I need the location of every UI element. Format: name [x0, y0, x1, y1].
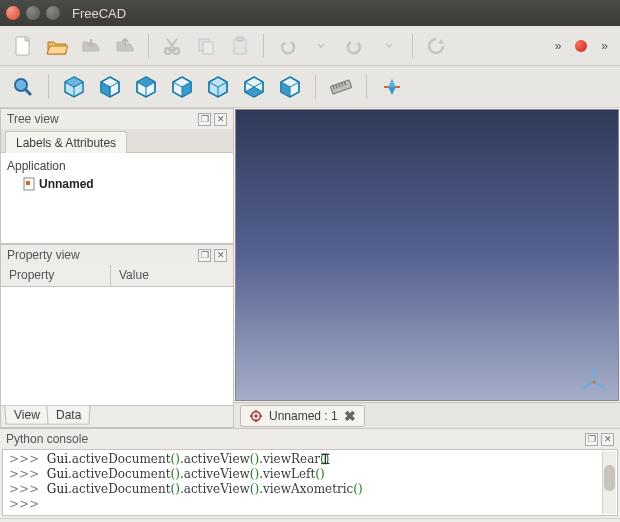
panel-float-button[interactable]: ❐ [198, 249, 211, 262]
measure-distance-button[interactable] [326, 72, 356, 102]
save-as-button[interactable] [110, 31, 140, 61]
tree-view-panel: Tree view ❐ ✕ Labels & Attributes Applic… [0, 108, 234, 244]
document-tabbar: Unnamed : 1 ✖ [234, 402, 620, 428]
console-scrollbar[interactable] [602, 451, 616, 514]
undo-button[interactable] [272, 31, 302, 61]
main-toolbar: » » [0, 26, 620, 66]
tab-view[interactable]: View [4, 406, 49, 425]
python-console-panel: Python console ❐ ✕ Ꮖ >>> Gui.activeDocum… [0, 428, 620, 518]
property-grid-body[interactable] [1, 287, 233, 405]
scrollbar-thumb[interactable] [604, 465, 615, 491]
left-column: Tree view ❐ ✕ Labels & Attributes Applic… [0, 108, 234, 428]
console-line: >>> Gui.activeDocument().activeView().vi… [9, 467, 611, 482]
tree-tabbar: Labels & Attributes [1, 129, 233, 153]
panel-float-button[interactable]: ❐ [198, 113, 211, 126]
svg-point-22 [254, 414, 258, 418]
property-view-title: Property view [7, 248, 80, 262]
svg-point-20 [593, 381, 596, 384]
window-close-button[interactable] [6, 6, 20, 20]
toolbar-separator [148, 34, 149, 58]
rear-view-button[interactable] [203, 72, 233, 102]
redo-dropdown[interactable] [374, 31, 404, 61]
toolbar-overflow-2[interactable]: » [597, 39, 612, 53]
front-view-button[interactable] [95, 72, 125, 102]
window-titlebar: FreeCAD [0, 0, 620, 26]
svg-rect-16 [26, 181, 30, 185]
status-bar: 5.72 x 4.14 mm [0, 518, 620, 522]
left-view-button[interactable] [275, 72, 305, 102]
toolbar-separator [366, 75, 367, 99]
property-grid-header: Property Value [1, 265, 233, 287]
view-toolbar [0, 66, 620, 108]
svg-line-18 [594, 382, 605, 388]
macro-record-button[interactable] [575, 40, 587, 52]
doc-tab-unnamed[interactable]: Unnamed : 1 ✖ [240, 405, 365, 427]
console-line: >>> Gui.activeDocument().activeView().vi… [9, 482, 611, 497]
axes-indicator-icon [580, 364, 608, 392]
svg-line-19 [583, 382, 594, 388]
toolbar-separator [315, 75, 316, 99]
window-title: FreeCAD [72, 6, 126, 21]
tab-data[interactable]: Data [46, 406, 91, 425]
property-bottom-tabs: View Data [1, 405, 233, 427]
undo-dropdown[interactable] [306, 31, 336, 61]
col-property[interactable]: Property [1, 265, 111, 286]
right-view-button[interactable] [167, 72, 197, 102]
tree-view-header: Tree view ❐ ✕ [1, 109, 233, 129]
fit-all-button[interactable] [8, 72, 38, 102]
document-icon [23, 177, 35, 191]
toolbar-overflow[interactable]: » [551, 39, 566, 53]
3d-viewport[interactable] [235, 109, 619, 401]
toolbar-separator [48, 75, 49, 99]
paste-button[interactable] [225, 31, 255, 61]
part-design-button[interactable] [377, 72, 407, 102]
toolbar-separator [412, 34, 413, 58]
redo-button[interactable] [340, 31, 370, 61]
tree-doc-label: Unnamed [39, 175, 94, 193]
copy-button[interactable] [191, 31, 221, 61]
tree-view-title: Tree view [7, 112, 59, 126]
window-maximize-button[interactable] [46, 6, 60, 20]
tree-body[interactable]: Application Unnamed [1, 153, 233, 243]
main-area: Tree view ❐ ✕ Labels & Attributes Applic… [0, 108, 620, 428]
python-console-body[interactable]: Ꮖ >>> Gui.activeDocument().activeView().… [2, 449, 618, 516]
panel-float-button[interactable]: ❐ [585, 433, 598, 446]
doc-tab-label: Unnamed : 1 [269, 409, 338, 423]
window-controls [6, 6, 60, 20]
window-minimize-button[interactable] [26, 6, 40, 20]
panel-close-button[interactable]: ✕ [214, 249, 227, 262]
panel-close-button[interactable]: ✕ [214, 113, 227, 126]
console-line: >>> Gui.activeDocument().activeView().vi… [9, 452, 611, 467]
svg-rect-4 [203, 42, 213, 54]
python-console-title: Python console [6, 432, 88, 446]
text-cursor-icon: Ꮖ [321, 452, 330, 467]
tree-doc-unnamed[interactable]: Unnamed [7, 175, 227, 193]
viewport-area: Unnamed : 1 ✖ [234, 108, 620, 428]
cut-button[interactable] [157, 31, 187, 61]
property-view-panel: Property view ❐ ✕ Property Value View Da… [0, 244, 234, 428]
bottom-view-button[interactable] [239, 72, 269, 102]
refresh-button[interactable] [421, 31, 451, 61]
property-view-header: Property view ❐ ✕ [1, 245, 233, 265]
axonometric-view-button[interactable] [59, 72, 89, 102]
gear-icon [249, 409, 263, 423]
doc-tab-close-icon[interactable]: ✖ [344, 408, 356, 424]
panel-close-button[interactable]: ✕ [601, 433, 614, 446]
toolbar-separator [263, 34, 264, 58]
new-file-button[interactable] [8, 31, 38, 61]
save-button[interactable] [76, 31, 106, 61]
open-file-button[interactable] [42, 31, 72, 61]
tab-labels-attributes[interactable]: Labels & Attributes [5, 131, 127, 153]
col-value[interactable]: Value [111, 265, 233, 286]
tree-root-application[interactable]: Application [7, 157, 227, 175]
svg-rect-6 [237, 37, 243, 41]
python-console-header: Python console ❐ ✕ [0, 429, 620, 449]
top-view-button[interactable] [131, 72, 161, 102]
console-line: >>> [9, 497, 611, 512]
